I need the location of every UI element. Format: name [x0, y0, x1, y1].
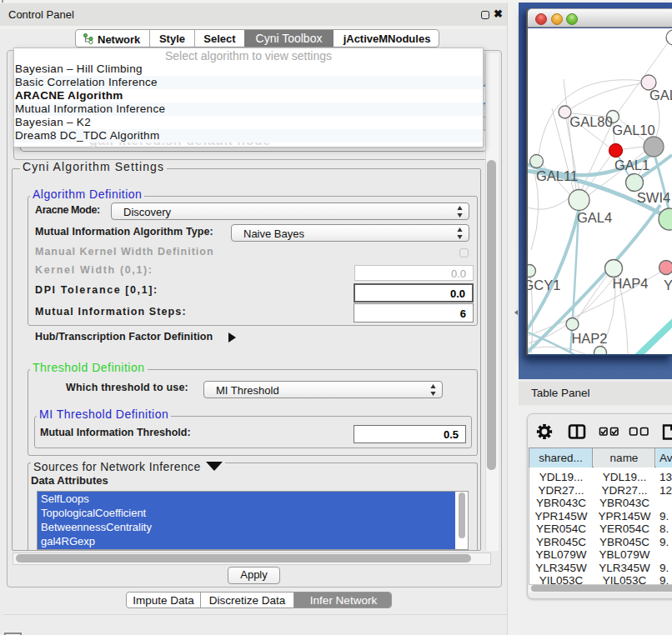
- svg-text:GAL11: GAL11: [536, 168, 578, 183]
- svg-text:YEL047C: YEL047C: [664, 278, 672, 292]
- svg-text:GAL80: GAL80: [569, 114, 612, 129]
- svg-text:GAL10: GAL10: [612, 122, 654, 138]
- svg-text:GAL1: GAL1: [614, 158, 649, 172]
- svg-text:GAL4: GAL4: [577, 210, 612, 225]
- svg-text:HAP4: HAP4: [612, 276, 648, 291]
- svg-text:HAP2: HAP2: [571, 331, 607, 346]
- svg-text:SWI4: SWI4: [637, 190, 670, 205]
- svg-text:GCY1: GCY1: [528, 278, 560, 292]
- svg-text:GAL2: GAL2: [649, 88, 672, 102]
